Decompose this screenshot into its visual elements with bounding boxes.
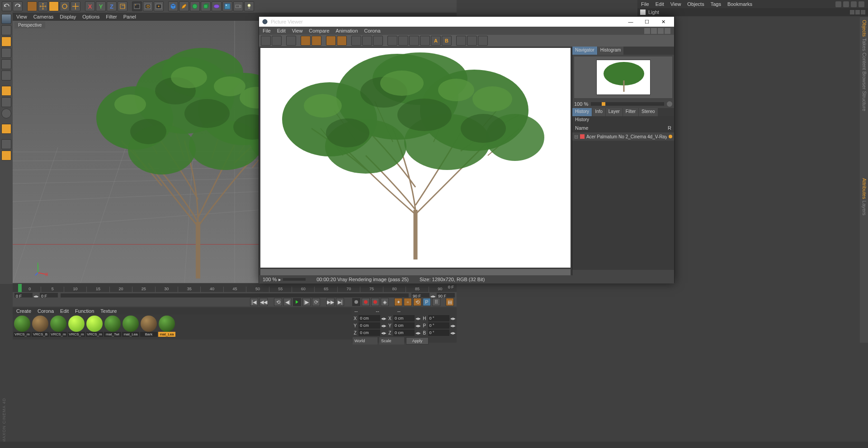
pv-menu-view[interactable]: View bbox=[292, 28, 303, 33]
tab-layers[interactable]: Layers bbox=[862, 201, 867, 216]
pos-z-field[interactable]: 0 cm bbox=[359, 330, 380, 336]
tool-icon[interactable] bbox=[373, 36, 383, 46]
pen-icon[interactable] bbox=[179, 1, 189, 11]
poly-mode-icon[interactable] bbox=[1, 86, 11, 96]
tool-icon[interactable] bbox=[362, 36, 372, 46]
timeline-ruler[interactable]: 051015202530354045505560657075808590 0 F bbox=[13, 284, 457, 292]
x-axis-icon[interactable]: X bbox=[85, 1, 95, 11]
model-mode-icon[interactable] bbox=[1, 25, 11, 35]
vp-filter[interactable]: Filter bbox=[106, 14, 117, 19]
mat-corona[interactable]: Corona bbox=[38, 308, 54, 314]
clapper-icon[interactable] bbox=[286, 36, 296, 46]
material-item[interactable]: Bark bbox=[140, 316, 157, 339]
lastused-icon[interactable] bbox=[71, 1, 80, 11]
menu-tags[interactable]: Tags bbox=[711, 1, 721, 7]
make-editable-icon[interactable] bbox=[1, 14, 11, 24]
environment-icon[interactable] bbox=[222, 1, 232, 11]
panel-icon[interactable] bbox=[843, 1, 849, 7]
rot-b-field[interactable]: 0 ° bbox=[428, 330, 449, 336]
autokey-icon[interactable] bbox=[362, 298, 370, 306]
prev-key-icon[interactable]: ◀◀ bbox=[259, 298, 268, 306]
redo-icon[interactable] bbox=[13, 1, 23, 11]
loop-icon[interactable]: ⟲ bbox=[274, 298, 282, 306]
save-icon[interactable] bbox=[272, 36, 282, 46]
param-key-icon[interactable]: P bbox=[423, 298, 431, 306]
cube-icon[interactable] bbox=[168, 1, 178, 11]
menu-edit[interactable]: Edit bbox=[656, 1, 664, 7]
scale-key-icon[interactable]: ▫ bbox=[404, 298, 412, 306]
object-name[interactable]: Light bbox=[648, 9, 659, 15]
rot-key-icon[interactable]: ⟲ bbox=[413, 298, 421, 306]
pv-render-image[interactable] bbox=[260, 48, 571, 268]
record-icon[interactable] bbox=[352, 298, 360, 306]
play-button[interactable] bbox=[293, 298, 301, 306]
side-scroll[interactable] bbox=[572, 270, 674, 275]
coord-space-dropdown[interactable]: World bbox=[353, 337, 377, 344]
zoom-arrow-icon[interactable]: ▸ bbox=[278, 277, 281, 283]
pv-menu-animation[interactable]: Animation bbox=[336, 28, 358, 33]
tab-info[interactable]: Info bbox=[592, 108, 605, 116]
size-x-field[interactable]: 0 cm bbox=[393, 315, 415, 321]
tab-stereo[interactable]: Stereo bbox=[639, 108, 657, 116]
tool-icon[interactable] bbox=[301, 36, 311, 46]
key-opt-icon[interactable]: ◈ bbox=[381, 298, 389, 306]
material-item[interactable]: mat_Lea bbox=[122, 316, 139, 339]
maximize-icon[interactable]: ☐ bbox=[639, 17, 655, 27]
mat-create[interactable]: Create bbox=[16, 308, 31, 314]
coord-mode-dropdown[interactable]: Scale bbox=[379, 337, 404, 344]
zoom-slider[interactable] bbox=[591, 102, 664, 106]
texture-mode-icon[interactable] bbox=[1, 37, 11, 47]
light-icon[interactable] bbox=[244, 1, 254, 11]
panel-icon[interactable] bbox=[835, 1, 841, 7]
close-icon[interactable]: ✕ bbox=[655, 17, 671, 27]
filter-icon[interactable] bbox=[456, 36, 466, 46]
panel-icon[interactable] bbox=[665, 28, 670, 34]
object-manager-row[interactable]: Light bbox=[637, 8, 868, 16]
pos-x-field[interactable]: 0 cm bbox=[359, 315, 380, 321]
a-icon[interactable]: A bbox=[431, 36, 441, 46]
pla-key-icon[interactable]: ⠿ bbox=[432, 298, 440, 306]
lock-icon[interactable] bbox=[1, 139, 11, 149]
axis-icon[interactable] bbox=[1, 97, 11, 107]
pos-key-icon[interactable]: ✦ bbox=[394, 298, 402, 306]
live-select-icon[interactable] bbox=[27, 1, 37, 11]
rot-p-field[interactable]: 0 ° bbox=[428, 322, 449, 329]
generator-icon[interactable] bbox=[201, 1, 211, 11]
material-item[interactable]: VRCS_m bbox=[50, 316, 67, 339]
filter-icon[interactable] bbox=[467, 36, 477, 46]
layout-icon[interactable]: ▤ bbox=[446, 298, 454, 306]
tweak-icon[interactable] bbox=[1, 124, 11, 134]
viewport-solo-icon[interactable] bbox=[1, 151, 11, 160]
mat-function[interactable]: Function bbox=[75, 308, 94, 314]
pv-menu-file[interactable]: File bbox=[263, 28, 271, 33]
open-icon[interactable] bbox=[261, 36, 271, 46]
material-item[interactable]: mat_Twi bbox=[104, 316, 121, 339]
pv-menu-corona[interactable]: Corona bbox=[364, 28, 381, 33]
step-back-icon[interactable]: ◀| bbox=[283, 298, 292, 306]
pos-y-field[interactable]: 0 cm bbox=[359, 322, 380, 329]
menu-view[interactable]: View bbox=[670, 1, 681, 7]
visibility-dot[interactable] bbox=[850, 10, 854, 14]
ab-swap-icon[interactable] bbox=[409, 36, 419, 46]
keysel-icon[interactable] bbox=[371, 298, 379, 306]
tab-navigator[interactable]: Navigator bbox=[572, 47, 597, 55]
panel-icon[interactable] bbox=[651, 28, 657, 34]
arrow-icon[interactable] bbox=[420, 36, 430, 46]
tool-icon[interactable] bbox=[337, 36, 347, 46]
next-key-icon[interactable]: ▶▶ bbox=[326, 298, 335, 306]
snap-icon[interactable] bbox=[1, 108, 11, 118]
vp-cameras[interactable]: Cameras bbox=[33, 14, 54, 19]
edge-mode-icon[interactable] bbox=[1, 71, 11, 80]
status-zoom-slider[interactable] bbox=[283, 278, 306, 281]
scale-icon[interactable] bbox=[49, 1, 59, 11]
ab-compare-icon[interactable] bbox=[387, 36, 397, 46]
tab-histogram[interactable]: Histogram bbox=[598, 47, 624, 55]
material-item[interactable]: VRCS_m bbox=[14, 316, 31, 339]
filter-icon[interactable] bbox=[478, 36, 488, 46]
vp-panel[interactable]: Panel bbox=[123, 14, 136, 19]
z-axis-icon[interactable]: Z bbox=[107, 1, 117, 11]
workplane-icon[interactable] bbox=[1, 48, 11, 58]
mat-texture[interactable]: Texture bbox=[100, 308, 117, 314]
deformer-icon[interactable] bbox=[212, 1, 222, 11]
rotate-icon[interactable] bbox=[60, 1, 70, 11]
